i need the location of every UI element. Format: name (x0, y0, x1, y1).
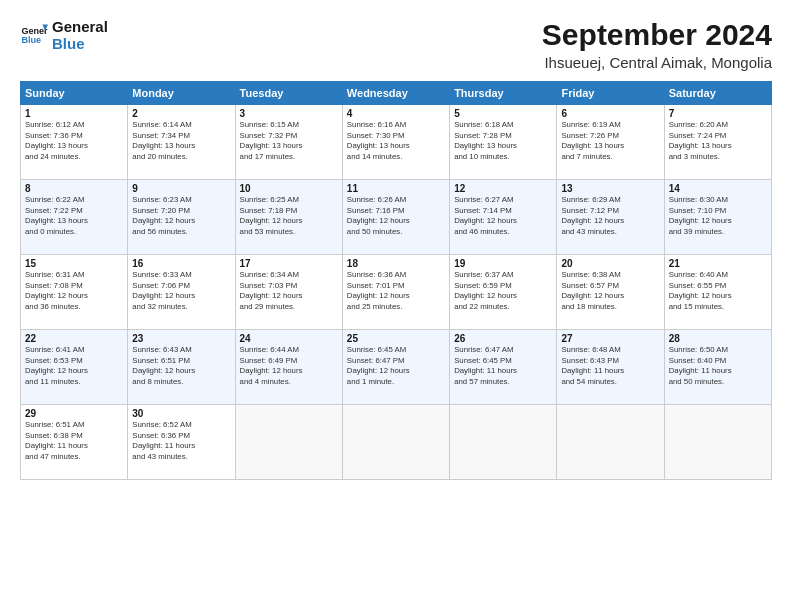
day-info: Sunrise: 6:43 AMSunset: 6:51 PMDaylight:… (132, 345, 230, 387)
day-info: Sunrise: 6:50 AMSunset: 6:40 PMDaylight:… (669, 345, 767, 387)
calendar-cell: 21Sunrise: 6:40 AMSunset: 6:55 PMDayligh… (664, 255, 771, 330)
calendar-cell: 17Sunrise: 6:34 AMSunset: 7:03 PMDayligh… (235, 255, 342, 330)
calendar-cell: 7Sunrise: 6:20 AMSunset: 7:24 PMDaylight… (664, 105, 771, 180)
day-info: Sunrise: 6:15 AMSunset: 7:32 PMDaylight:… (240, 120, 338, 162)
calendar-cell: 14Sunrise: 6:30 AMSunset: 7:10 PMDayligh… (664, 180, 771, 255)
day-number: 11 (347, 183, 445, 194)
calendar-cell: 10Sunrise: 6:25 AMSunset: 7:18 PMDayligh… (235, 180, 342, 255)
day-info: Sunrise: 6:25 AMSunset: 7:18 PMDaylight:… (240, 195, 338, 237)
day-info: Sunrise: 6:52 AMSunset: 6:36 PMDaylight:… (132, 420, 230, 462)
day-number: 2 (132, 108, 230, 119)
day-number: 4 (347, 108, 445, 119)
day-header: Tuesday (235, 82, 342, 105)
day-info: Sunrise: 6:47 AMSunset: 6:45 PMDaylight:… (454, 345, 552, 387)
day-number: 17 (240, 258, 338, 269)
main-title: September 2024 (542, 18, 772, 52)
calendar-cell: 27Sunrise: 6:48 AMSunset: 6:43 PMDayligh… (557, 330, 664, 405)
day-number: 26 (454, 333, 552, 344)
calendar-cell: 22Sunrise: 6:41 AMSunset: 6:53 PMDayligh… (21, 330, 128, 405)
day-number: 19 (454, 258, 552, 269)
calendar-cell: 6Sunrise: 6:19 AMSunset: 7:26 PMDaylight… (557, 105, 664, 180)
day-number: 30 (132, 408, 230, 419)
day-info: Sunrise: 6:34 AMSunset: 7:03 PMDaylight:… (240, 270, 338, 312)
calendar-cell: 8Sunrise: 6:22 AMSunset: 7:22 PMDaylight… (21, 180, 128, 255)
calendar-cell: 5Sunrise: 6:18 AMSunset: 7:28 PMDaylight… (450, 105, 557, 180)
day-info: Sunrise: 6:36 AMSunset: 7:01 PMDaylight:… (347, 270, 445, 312)
day-number: 23 (132, 333, 230, 344)
day-info: Sunrise: 6:27 AMSunset: 7:14 PMDaylight:… (454, 195, 552, 237)
day-number: 12 (454, 183, 552, 194)
day-info: Sunrise: 6:14 AMSunset: 7:34 PMDaylight:… (132, 120, 230, 162)
day-info: Sunrise: 6:18 AMSunset: 7:28 PMDaylight:… (454, 120, 552, 162)
day-header: Sunday (21, 82, 128, 105)
day-info: Sunrise: 6:41 AMSunset: 6:53 PMDaylight:… (25, 345, 123, 387)
day-info: Sunrise: 6:37 AMSunset: 6:59 PMDaylight:… (454, 270, 552, 312)
subtitle: Ihsueuej, Central Aimak, Mongolia (542, 54, 772, 71)
calendar-cell: 3Sunrise: 6:15 AMSunset: 7:32 PMDaylight… (235, 105, 342, 180)
day-number: 29 (25, 408, 123, 419)
calendar-cell (450, 405, 557, 480)
day-header: Saturday (664, 82, 771, 105)
day-number: 25 (347, 333, 445, 344)
day-number: 13 (561, 183, 659, 194)
day-number: 22 (25, 333, 123, 344)
calendar-cell: 11Sunrise: 6:26 AMSunset: 7:16 PMDayligh… (342, 180, 449, 255)
day-info: Sunrise: 6:40 AMSunset: 6:55 PMDaylight:… (669, 270, 767, 312)
day-header: Monday (128, 82, 235, 105)
day-info: Sunrise: 6:26 AMSunset: 7:16 PMDaylight:… (347, 195, 445, 237)
day-number: 21 (669, 258, 767, 269)
day-info: Sunrise: 6:44 AMSunset: 6:49 PMDaylight:… (240, 345, 338, 387)
calendar-cell: 16Sunrise: 6:33 AMSunset: 7:06 PMDayligh… (128, 255, 235, 330)
day-header: Thursday (450, 82, 557, 105)
day-info: Sunrise: 6:38 AMSunset: 6:57 PMDaylight:… (561, 270, 659, 312)
calendar-cell: 20Sunrise: 6:38 AMSunset: 6:57 PMDayligh… (557, 255, 664, 330)
day-info: Sunrise: 6:48 AMSunset: 6:43 PMDaylight:… (561, 345, 659, 387)
day-number: 1 (25, 108, 123, 119)
calendar-cell: 19Sunrise: 6:37 AMSunset: 6:59 PMDayligh… (450, 255, 557, 330)
day-info: Sunrise: 6:31 AMSunset: 7:08 PMDaylight:… (25, 270, 123, 312)
day-number: 15 (25, 258, 123, 269)
day-header: Friday (557, 82, 664, 105)
logo-text: General Blue (52, 18, 108, 53)
day-info: Sunrise: 6:19 AMSunset: 7:26 PMDaylight:… (561, 120, 659, 162)
day-number: 10 (240, 183, 338, 194)
day-info: Sunrise: 6:12 AMSunset: 7:36 PMDaylight:… (25, 120, 123, 162)
day-number: 16 (132, 258, 230, 269)
day-number: 27 (561, 333, 659, 344)
day-number: 6 (561, 108, 659, 119)
calendar-cell: 25Sunrise: 6:45 AMSunset: 6:47 PMDayligh… (342, 330, 449, 405)
day-info: Sunrise: 6:22 AMSunset: 7:22 PMDaylight:… (25, 195, 123, 237)
day-info: Sunrise: 6:30 AMSunset: 7:10 PMDaylight:… (669, 195, 767, 237)
day-info: Sunrise: 6:51 AMSunset: 6:38 PMDaylight:… (25, 420, 123, 462)
calendar-cell: 24Sunrise: 6:44 AMSunset: 6:49 PMDayligh… (235, 330, 342, 405)
calendar-cell (342, 405, 449, 480)
day-number: 3 (240, 108, 338, 119)
calendar-cell: 12Sunrise: 6:27 AMSunset: 7:14 PMDayligh… (450, 180, 557, 255)
calendar-cell (664, 405, 771, 480)
day-number: 28 (669, 333, 767, 344)
calendar-cell: 15Sunrise: 6:31 AMSunset: 7:08 PMDayligh… (21, 255, 128, 330)
calendar-cell: 28Sunrise: 6:50 AMSunset: 6:40 PMDayligh… (664, 330, 771, 405)
day-number: 14 (669, 183, 767, 194)
calendar-cell (235, 405, 342, 480)
calendar-cell: 2Sunrise: 6:14 AMSunset: 7:34 PMDaylight… (128, 105, 235, 180)
calendar-cell: 29Sunrise: 6:51 AMSunset: 6:38 PMDayligh… (21, 405, 128, 480)
day-number: 20 (561, 258, 659, 269)
calendar-cell: 23Sunrise: 6:43 AMSunset: 6:51 PMDayligh… (128, 330, 235, 405)
svg-text:Blue: Blue (21, 36, 41, 46)
day-number: 24 (240, 333, 338, 344)
calendar-cell (557, 405, 664, 480)
day-info: Sunrise: 6:33 AMSunset: 7:06 PMDaylight:… (132, 270, 230, 312)
logo-icon: General Blue (20, 21, 48, 49)
day-info: Sunrise: 6:23 AMSunset: 7:20 PMDaylight:… (132, 195, 230, 237)
calendar-cell: 26Sunrise: 6:47 AMSunset: 6:45 PMDayligh… (450, 330, 557, 405)
day-number: 8 (25, 183, 123, 194)
day-number: 18 (347, 258, 445, 269)
calendar-cell: 1Sunrise: 6:12 AMSunset: 7:36 PMDaylight… (21, 105, 128, 180)
calendar-table: SundayMondayTuesdayWednesdayThursdayFrid… (20, 81, 772, 480)
day-number: 7 (669, 108, 767, 119)
page-header: General Blue General Blue September 2024… (20, 18, 772, 71)
day-number: 9 (132, 183, 230, 194)
calendar-cell: 4Sunrise: 6:16 AMSunset: 7:30 PMDaylight… (342, 105, 449, 180)
logo: General Blue General Blue (20, 18, 108, 53)
